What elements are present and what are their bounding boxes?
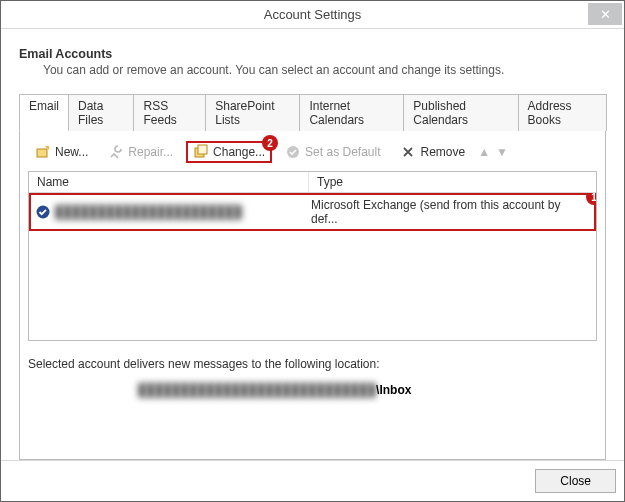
change-button[interactable]: Change... 2	[186, 141, 272, 163]
check-circle-icon	[285, 144, 301, 160]
column-name[interactable]: Name	[29, 172, 309, 192]
tabs: Email Data Files RSS Feeds SharePoint Li…	[19, 93, 606, 131]
svg-rect-0	[37, 149, 47, 157]
new-button[interactable]: New...	[28, 141, 95, 163]
callout-marker-2: 2	[262, 135, 278, 151]
svg-rect-3	[198, 145, 207, 154]
move-down-icon: ▼	[496, 145, 508, 159]
tab-pane-email: New... Repair... Change... 2 Set as Defa…	[19, 131, 606, 460]
section-subheading: You can add or remove an account. You ca…	[19, 61, 606, 93]
dialog-footer: Close	[1, 460, 624, 501]
table-header: Name Type	[29, 172, 596, 193]
tab-email[interactable]: Email	[19, 94, 69, 131]
tab-sharepoint-lists[interactable]: SharePoint Lists	[205, 94, 300, 131]
set-default-button: Set as Default	[278, 141, 387, 163]
delivery-location-path: ████████████████████████████\Inbox	[28, 371, 597, 397]
remove-icon	[400, 144, 416, 160]
default-account-icon	[35, 204, 51, 220]
window-close-button[interactable]: ✕	[588, 3, 622, 25]
tab-published-calendars[interactable]: Published Calendars	[403, 94, 518, 131]
repair-button: Repair...	[101, 141, 180, 163]
column-type[interactable]: Type	[309, 172, 596, 192]
remove-button[interactable]: Remove	[393, 141, 472, 163]
tab-address-books[interactable]: Address Books	[518, 94, 607, 131]
close-button[interactable]: Close	[535, 469, 616, 493]
change-icon	[193, 144, 209, 160]
accounts-table: Name Type ██████████████████████ Microso…	[28, 171, 597, 341]
new-icon	[35, 144, 51, 160]
table-row[interactable]: ██████████████████████ Microsoft Exchang…	[29, 193, 596, 231]
tab-data-files[interactable]: Data Files	[68, 94, 134, 131]
toolbar: New... Repair... Change... 2 Set as Defa…	[28, 141, 597, 171]
titlebar: Account Settings ✕	[1, 1, 624, 29]
account-settings-window: Account Settings ✕ Email Accounts You ca…	[0, 0, 625, 502]
section-heading: Email Accounts	[19, 47, 606, 61]
tab-rss-feeds[interactable]: RSS Feeds	[133, 94, 206, 131]
account-type: Microsoft Exchange (send from this accou…	[311, 198, 590, 226]
move-up-icon: ▲	[478, 145, 490, 159]
repair-icon	[108, 144, 124, 160]
delivery-location-label: Selected account delivers new messages t…	[28, 341, 597, 371]
close-icon: ✕	[600, 7, 611, 22]
tab-internet-calendars[interactable]: Internet Calendars	[299, 94, 404, 131]
account-name: ██████████████████████	[55, 205, 242, 219]
window-title: Account Settings	[1, 7, 624, 22]
